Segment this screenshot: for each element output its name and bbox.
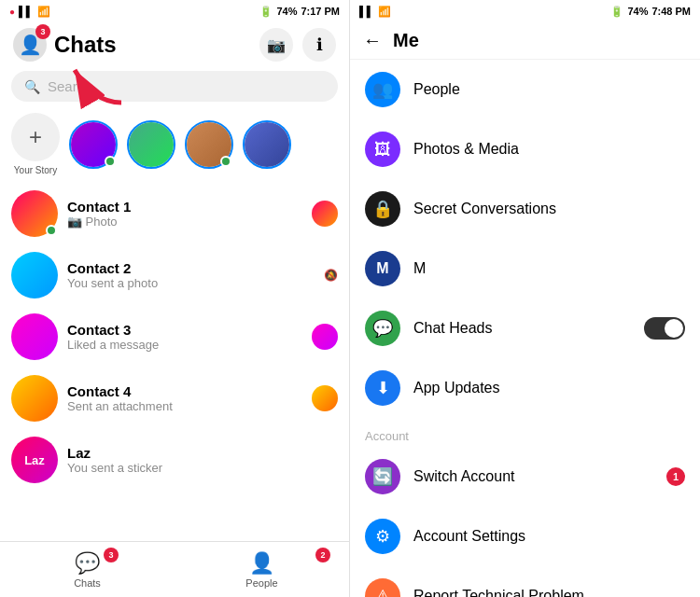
chatheads-menu-label: Chat Heads bbox=[413, 320, 631, 337]
left-panel: ● ▌▌ 📶 🔋 74% 7:17 PM 👤 3 Chats 📷 bbox=[0, 0, 350, 597]
chat-avatar-wrap bbox=[11, 190, 58, 237]
page-title: Chats bbox=[54, 32, 117, 58]
toggle-knob bbox=[665, 319, 683, 338]
camera-icon: 📷 bbox=[267, 36, 286, 54]
m-menu-icon: M bbox=[365, 251, 400, 286]
chat-meta bbox=[312, 324, 338, 350]
search-input[interactable]: Search bbox=[48, 78, 92, 94]
menu-item-secret[interactable]: 🔒 Secret Conversations bbox=[350, 179, 700, 239]
chat-name: Contact 3 bbox=[67, 322, 302, 338]
chat-avatar-wrap bbox=[11, 313, 58, 360]
chat-avatar-wrap bbox=[11, 375, 58, 422]
add-story-button[interactable]: + bbox=[11, 113, 60, 161]
story-avatar-3[interactable] bbox=[185, 120, 233, 169]
photos-menu-icon: 🖼 bbox=[365, 132, 400, 167]
chat-avatar-wrap: Laz bbox=[11, 437, 58, 483]
people-icon: 👥 bbox=[372, 79, 393, 100]
chat-preview: Liked a message bbox=[67, 338, 302, 352]
menu-item-chatheads[interactable]: 💬 Chat Heads bbox=[350, 298, 700, 358]
warning-icon: ⚠ bbox=[375, 586, 390, 597]
account-section-label: Account bbox=[350, 418, 700, 447]
chat-meta bbox=[312, 201, 338, 227]
chat-name: Laz bbox=[67, 445, 338, 461]
menu-item-switchaccount[interactable]: 🔄 Switch Account 1 bbox=[350, 447, 700, 507]
switch-icon: 🔄 bbox=[372, 466, 393, 487]
signal-icons: ▌▌ bbox=[19, 6, 34, 17]
battery-percent: 74% bbox=[276, 6, 297, 17]
wifi-icon: 📶 bbox=[37, 6, 50, 18]
gear-icon: ⚙ bbox=[375, 526, 390, 547]
story-avatar-4[interactable] bbox=[243, 120, 291, 169]
list-item[interactable]: Contact 1 📷 Photo bbox=[0, 183, 349, 244]
chat-meta: 🔕 bbox=[324, 269, 338, 282]
people-nav-label: People bbox=[245, 577, 277, 589]
right-battery: 74% bbox=[627, 6, 648, 17]
accountsettings-menu-label: Account Settings bbox=[413, 528, 685, 545]
people-badge: 2 bbox=[315, 548, 330, 562]
header-title-area: 👤 3 Chats bbox=[13, 28, 117, 62]
appupdates-menu-label: App Updates bbox=[413, 380, 685, 396]
list-item[interactable]: Laz Laz You sent a sticker bbox=[0, 429, 349, 491]
add-story[interactable]: + Your Story bbox=[11, 113, 60, 175]
search-icon: 🔍 bbox=[24, 79, 40, 94]
story-avatar-1[interactable] bbox=[69, 120, 118, 169]
menu-item-people[interactable]: 👥 People bbox=[350, 60, 700, 119]
reportproblem-menu-label: Report Technical Problem bbox=[413, 588, 685, 597]
online-indicator bbox=[105, 156, 116, 167]
chat-preview: You sent a sticker bbox=[67, 461, 338, 475]
bottom-nav: 💬 Chats 3 👤 People 2 bbox=[0, 541, 349, 597]
info-button[interactable]: ℹ bbox=[302, 28, 336, 62]
time-display: 7:17 PM bbox=[301, 6, 340, 17]
chat-preview: Sent an attachment bbox=[67, 399, 302, 413]
notification-dot: ● bbox=[9, 7, 15, 17]
chat-info: Contact 1 📷 Photo bbox=[67, 199, 302, 229]
secret-menu-icon: 🔒 bbox=[365, 191, 400, 227]
list-item[interactable]: Contact 4 Sent an attachment bbox=[0, 368, 349, 429]
right-status-bar: ▌▌ 📶 🔋 74% 7:48 PM bbox=[350, 0, 700, 22]
chat-list: Contact 1 📷 Photo Contact 2 You sent a p… bbox=[0, 183, 349, 541]
back-button[interactable]: ← bbox=[363, 30, 382, 51]
nav-chats[interactable]: 💬 Chats 3 bbox=[0, 546, 175, 594]
chat-info: Laz You sent a sticker bbox=[67, 445, 338, 475]
nav-people[interactable]: 👤 People 2 bbox=[175, 546, 349, 594]
chat-avatar bbox=[11, 313, 58, 360]
right-status-right: 🔋 74% 7:48 PM bbox=[610, 6, 691, 18]
chat-info: Contact 2 You sent a photo bbox=[67, 260, 315, 290]
menu-item-reportproblem[interactable]: ⚠ Report Technical Problem bbox=[350, 566, 700, 597]
chat-name: Contact 4 bbox=[67, 383, 302, 399]
secret-menu-label: Secret Conversations bbox=[413, 201, 685, 217]
chat-name: Contact 2 bbox=[67, 260, 315, 276]
chat-avatar bbox=[11, 375, 58, 422]
menu-list: 👥 People 🖼 Photos & Media 🔒 Secret Conve… bbox=[350, 60, 700, 597]
menu-item-appupdates[interactable]: ⬇ App Updates bbox=[350, 358, 700, 418]
right-signal: ▌▌ bbox=[359, 6, 374, 17]
m-menu-label: M bbox=[413, 260, 685, 277]
search-bar[interactable]: 🔍 Search bbox=[11, 71, 338, 102]
list-item[interactable]: Contact 2 You sent a photo 🔕 bbox=[0, 244, 349, 306]
chatheads-toggle[interactable] bbox=[644, 317, 685, 340]
menu-item-accountsettings[interactable]: ⚙ Account Settings bbox=[350, 507, 700, 566]
menu-item-photos[interactable]: 🖼 Photos & Media bbox=[350, 119, 700, 179]
people-menu-label: People bbox=[413, 81, 685, 98]
switch-account-badge: 1 bbox=[666, 467, 685, 486]
chats-notification-badge: 3 bbox=[35, 24, 50, 39]
list-item[interactable]: Contact 3 Liked a message bbox=[0, 306, 349, 368]
sender-avatar bbox=[312, 324, 338, 350]
people-menu-icon: 👥 bbox=[365, 72, 400, 107]
camera-button[interactable]: 📷 bbox=[259, 28, 293, 62]
right-status-left: ▌▌ 📶 bbox=[359, 6, 391, 18]
photos-menu-label: Photos & Media bbox=[413, 141, 685, 158]
right-page-title: Me bbox=[393, 30, 419, 51]
left-status-bar: ● ▌▌ 📶 🔋 74% 7:17 PM bbox=[0, 0, 349, 22]
people-nav-icon: 👤 bbox=[249, 551, 274, 576]
menu-item-m[interactable]: M M bbox=[350, 239, 700, 298]
chats-nav-icon: 💬 bbox=[75, 551, 100, 576]
chat-preview: 📷 Photo bbox=[67, 215, 302, 229]
chatheads-icon: 💬 bbox=[372, 318, 393, 339]
online-dot bbox=[46, 225, 57, 236]
chat-avatar: Laz bbox=[11, 437, 58, 483]
right-time: 7:48 PM bbox=[651, 6, 691, 17]
story-avatar-2[interactable] bbox=[127, 120, 175, 169]
header-icons: 📷 ℹ bbox=[259, 28, 336, 62]
chat-info: Contact 4 Sent an attachment bbox=[67, 383, 302, 413]
